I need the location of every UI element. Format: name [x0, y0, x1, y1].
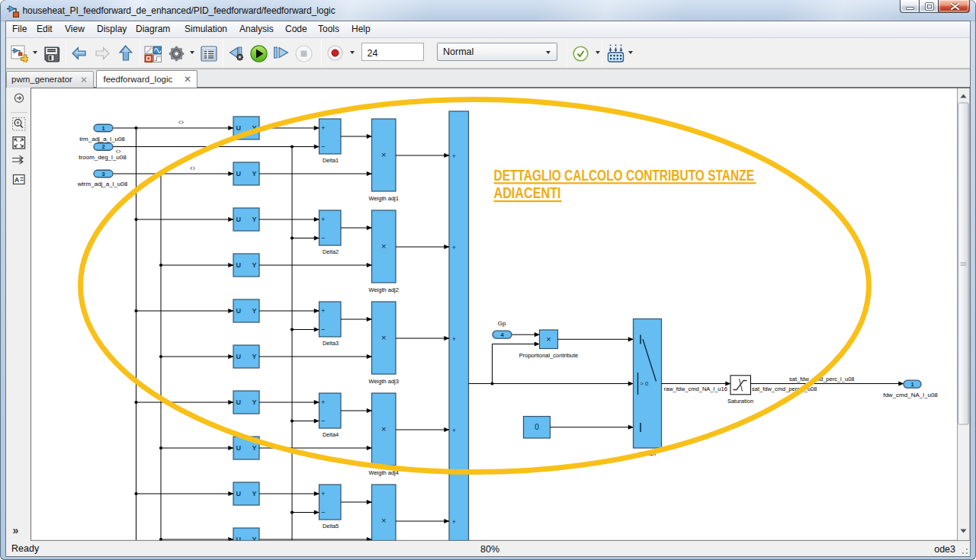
svg-text:U: U: [236, 124, 242, 132]
svg-text:U: U: [236, 398, 242, 406]
svg-text:×: ×: [381, 424, 386, 434]
svg-text:×: ×: [381, 242, 386, 251]
svg-text:Delta3: Delta3: [323, 340, 339, 347]
svg-text:Delta1: Delta1: [323, 157, 339, 164]
svg-text:−: −: [321, 142, 326, 151]
svg-text:−: −: [321, 508, 326, 517]
svg-text:+: +: [452, 335, 456, 343]
svg-text:+: +: [321, 398, 326, 406]
svg-text:+: +: [452, 427, 456, 434]
svg-text:Weigth adj1: Weigth adj1: [368, 195, 398, 202]
svg-text:Saturation: Saturation: [727, 398, 753, 405]
svg-text:+: +: [452, 518, 456, 526]
svg-text:1: 1: [910, 381, 913, 388]
svg-text:U: U: [236, 353, 242, 360]
svg-text:Y: Y: [252, 353, 256, 360]
svg-text:+: +: [321, 215, 326, 223]
svg-text:DETTAGLIO CALCOLO CONTRIBUTO S: DETTAGLIO CALCOLO CONTRIBUTO STANZE: [494, 166, 755, 184]
svg-text:Y: Y: [252, 170, 256, 178]
svg-text:U: U: [236, 170, 242, 178]
svg-text:×: ×: [381, 516, 386, 525]
svg-text:+: +: [452, 152, 456, 160]
svg-text:+: +: [321, 489, 326, 498]
svg-text:Proportional_contribute: Proportional_contribute: [519, 352, 579, 359]
svg-text:×: ×: [381, 333, 386, 342]
svg-text:Y: Y: [252, 444, 256, 452]
svg-text:fdw_cmd_NA_l_u08: fdw_cmd_NA_l_u08: [883, 392, 938, 398]
svg-text:Y: Y: [252, 398, 256, 406]
svg-text:ADIACENTI: ADIACENTI: [494, 184, 561, 201]
svg-text:+: +: [452, 244, 456, 251]
svg-text:U: U: [236, 216, 242, 223]
svg-text:+: +: [321, 123, 326, 132]
svg-text:1: 1: [101, 125, 104, 132]
svg-text:troom_deg_l_u08: troom_deg_l_u08: [79, 154, 127, 161]
svg-text:+: +: [321, 306, 326, 315]
svg-text:Delta5: Delta5: [323, 523, 339, 530]
svg-text:Weigth adj2: Weigth adj2: [368, 286, 398, 293]
svg-text:Y: Y: [252, 216, 256, 223]
svg-text:Weigth adj3: Weigth adj3: [368, 378, 398, 385]
svg-text:Y: Y: [252, 307, 256, 315]
svg-text:Gp: Gp: [498, 320, 506, 327]
svg-text:Y: Y: [252, 490, 256, 498]
svg-text:A: A: [14, 176, 19, 184]
svg-text:−: −: [321, 417, 326, 425]
svg-text:2: 2: [101, 143, 104, 150]
svg-text:3: 3: [101, 171, 104, 178]
svg-text:−: −: [321, 234, 326, 242]
svg-text:×: ×: [546, 334, 551, 344]
svg-text:×: ×: [381, 150, 386, 159]
svg-text:Delta4: Delta4: [323, 431, 339, 438]
svg-text:»: »: [13, 524, 19, 536]
svg-text:trm_adj_a_l_u08: trm_adj_a_l_u08: [79, 136, 125, 142]
svg-text:U: U: [236, 444, 242, 452]
svg-text:−: −: [321, 325, 326, 334]
svg-text:raw_fdw_cmd_NA_l_u16: raw_fdw_cmd_NA_l_u16: [664, 386, 727, 392]
svg-text:0: 0: [535, 423, 539, 431]
svg-text:U: U: [236, 307, 242, 315]
svg-text:U: U: [236, 490, 242, 498]
svg-text:Delta2: Delta2: [323, 248, 339, 255]
svg-text:> 0: > 0: [640, 380, 649, 387]
svg-text:U: U: [236, 261, 242, 269]
svg-text:Y: Y: [252, 261, 256, 269]
svg-text:wtrm_adj_a_l_u08: wtrm_adj_a_l_u08: [77, 181, 128, 187]
